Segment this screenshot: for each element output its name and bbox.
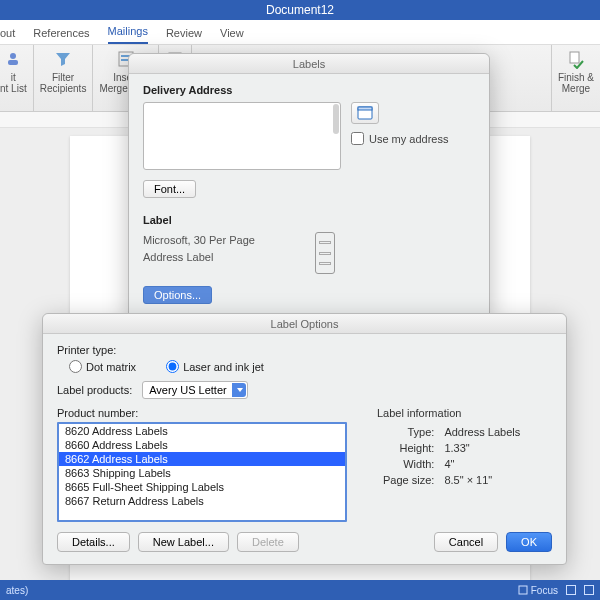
svg-rect-1 (8, 60, 18, 65)
labels-dialog: Labels Delivery Address Use my address F… (128, 53, 490, 319)
dot-matrix-input[interactable] (69, 360, 82, 373)
view-web-layout-button[interactable] (584, 585, 594, 595)
label: Merge (562, 83, 590, 94)
delivery-address-input[interactable] (143, 102, 341, 170)
tab-review[interactable]: Review (166, 22, 202, 44)
label: nt List (0, 83, 27, 94)
page-icon (566, 585, 576, 595)
label-options-dialog: Label Options Printer type: Dot matrix L… (42, 313, 567, 565)
focus-icon (518, 585, 528, 595)
label: Finish & (558, 72, 594, 83)
focus-mode-button[interactable]: Focus (518, 585, 558, 596)
filter-recipients-button[interactable]: Filter Recipients (40, 49, 87, 94)
address-book-icon (357, 106, 373, 120)
ok-button[interactable]: OK (506, 532, 552, 552)
product-number-label: Product number: (57, 407, 347, 419)
filter-icon (53, 49, 73, 69)
label-information-table: Type:Address Labels Height:1.33" Width:4… (377, 423, 526, 489)
tab-view[interactable]: View (220, 22, 244, 44)
delivery-address-label: Delivery Address (143, 84, 475, 96)
recipient-list-icon (3, 49, 23, 69)
list-item[interactable]: 8667 Return Address Labels (59, 494, 345, 508)
svg-rect-8 (358, 107, 372, 110)
tab-references[interactable]: References (33, 22, 89, 44)
printer-type-label: Printer type: (57, 344, 116, 356)
use-my-address-checkbox[interactable]: Use my address (351, 132, 475, 145)
label-products-input[interactable]: Avery US Letter (142, 381, 248, 399)
svg-rect-4 (121, 59, 128, 61)
svg-rect-6 (570, 52, 579, 63)
product-number-listbox[interactable]: 8620 Address Labels8660 Address Labels86… (57, 422, 347, 522)
label-section-header: Label (143, 214, 475, 226)
list-item[interactable]: 8665 Full-Sheet Shipping Labels (59, 480, 345, 494)
use-my-address-input[interactable] (351, 132, 364, 145)
font-button[interactable]: Font... (143, 180, 196, 198)
page-icon (584, 585, 594, 595)
label: Recipients (40, 83, 87, 94)
delete-button: Delete (237, 532, 299, 552)
tab-layout[interactable]: out (0, 22, 15, 44)
tab-mailings[interactable]: Mailings (108, 20, 148, 44)
details-button[interactable]: Details... (57, 532, 130, 552)
list-item[interactable]: 8663 Shipping Labels (59, 466, 345, 480)
list-item[interactable]: 8620 Address Labels (59, 424, 345, 438)
window-titlebar: Document12 (0, 0, 600, 20)
label-line: Microsoft, 30 Per Page (143, 232, 255, 249)
label: Laser and ink jet (183, 361, 264, 373)
finish-merge-icon (566, 49, 586, 69)
label: Filter (52, 72, 74, 83)
dot-matrix-radio[interactable]: Dot matrix (69, 360, 136, 373)
address-book-button[interactable] (351, 102, 379, 124)
label: Use my address (369, 133, 448, 145)
label: Dot matrix (86, 361, 136, 373)
dialog-title: Label Options (43, 314, 566, 334)
svg-point-0 (10, 53, 16, 59)
scrollbar-thumb[interactable] (333, 104, 339, 134)
label: Focus (531, 585, 558, 596)
finish-merge-button[interactable]: Finish & Merge (558, 49, 594, 94)
list-item[interactable]: 8662 Address Labels (59, 452, 345, 466)
label: it (11, 72, 16, 83)
label-line: Address Label (143, 249, 255, 266)
list-item[interactable]: 8660 Address Labels (59, 438, 345, 452)
label-preview-icon (315, 232, 335, 274)
ribbon-tabs: out References Mailings Review View (0, 20, 600, 45)
laser-inkjet-radio[interactable]: Laser and ink jet (166, 360, 264, 373)
laser-inkjet-input[interactable] (166, 360, 179, 373)
label-products-select[interactable]: Avery US Letter (142, 381, 248, 399)
label-products-label: Label products: (57, 384, 132, 396)
cancel-button[interactable]: Cancel (434, 532, 498, 552)
window-title: Document12 (266, 3, 334, 17)
status-left: ates) (6, 585, 28, 596)
svg-rect-9 (519, 586, 527, 594)
label-options-button[interactable]: Options... (143, 286, 212, 304)
edit-recipient-list-button[interactable]: it nt List (0, 49, 27, 94)
new-label-button[interactable]: New Label... (138, 532, 229, 552)
dialog-title: Labels (129, 54, 489, 74)
label-information-header: Label information (377, 407, 526, 419)
status-bar: ates) Focus (0, 580, 600, 600)
current-label-info: Microsoft, 30 Per Page Address Label (143, 232, 255, 266)
view-print-layout-button[interactable] (566, 585, 576, 595)
